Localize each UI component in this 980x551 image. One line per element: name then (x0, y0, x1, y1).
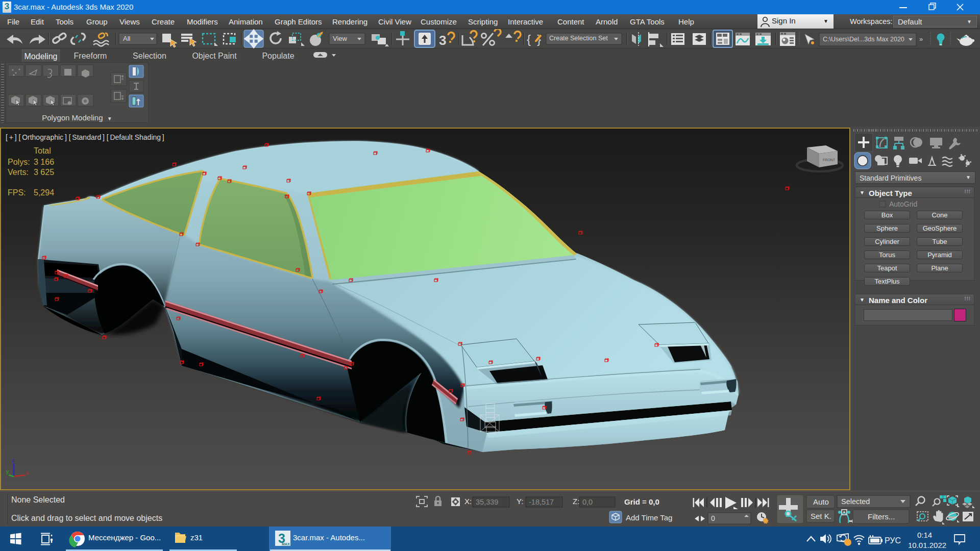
svg-text:View: View (333, 35, 348, 42)
svg-text:0:14: 0:14 (917, 531, 932, 539)
svg-text:Auto: Auto (813, 497, 829, 506)
svg-text:35,339: 35,339 (476, 498, 498, 506)
svg-text:-18,517: -18,517 (529, 498, 554, 506)
svg-text:Z:: Z: (573, 497, 579, 506)
svg-text:z: z (12, 457, 15, 463)
svg-text:Add Time Tag: Add Time Tag (626, 513, 672, 522)
svg-text:C:\Users\Del...3ds Max 2020: C:\Users\Del...3ds Max 2020 (823, 36, 904, 43)
svg-text:y: y (6, 468, 9, 474)
svg-text:3: 3 (439, 33, 446, 48)
svg-text:0: 0 (711, 514, 715, 522)
svg-text:MAX: MAX (282, 542, 290, 546)
svg-text:Filters...: Filters... (868, 512, 895, 521)
svg-text:x: x (26, 470, 29, 476)
svg-text:»: » (919, 35, 923, 43)
svg-text:Selected: Selected (841, 497, 870, 506)
svg-text:РУС: РУС (885, 536, 901, 545)
svg-text:{: { (527, 32, 531, 46)
svg-text:X:: X: (464, 497, 472, 506)
svg-text:Set K.: Set K. (811, 512, 831, 520)
svg-text:10.01.2022: 10.01.2022 (908, 541, 946, 549)
svg-text:0,0: 0,0 (582, 498, 593, 506)
svg-text:All: All (123, 35, 131, 42)
svg-text:Grid = 0,0: Grid = 0,0 (624, 497, 659, 506)
svg-text:Create Selection Set: Create Selection Set (549, 35, 608, 42)
svg-text:FRONT: FRONT (823, 158, 836, 162)
svg-text:Y:: Y: (517, 497, 523, 506)
